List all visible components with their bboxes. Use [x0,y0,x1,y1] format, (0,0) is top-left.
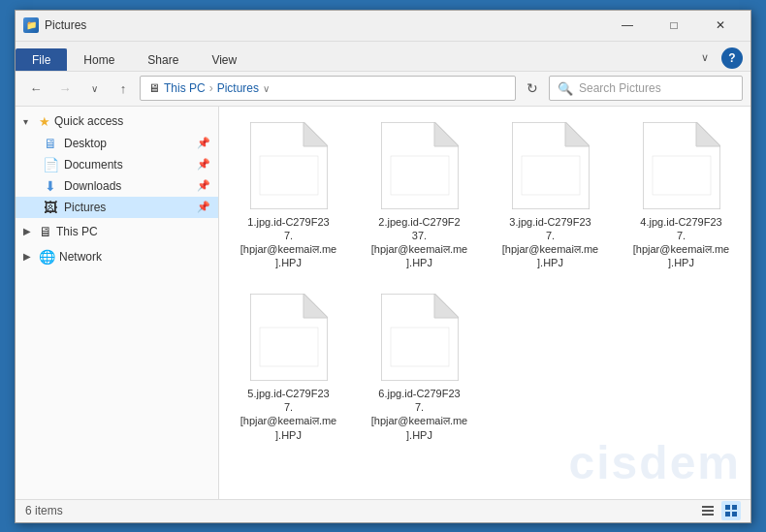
desktop-icon: 🖥 [43,136,58,151]
sidebar-item-downloads[interactable]: ⬇ Downloads 📌 [16,175,218,197]
tab-home[interactable]: Home [67,48,131,71]
tab-view[interactable]: View [195,48,253,71]
forward-button[interactable]: → [52,76,78,101]
svg-rect-23 [725,512,730,516]
file-item-3[interactable]: 3.jpg.id-C279F237.[hpjar@keemaiल.me].HPJ [489,114,612,278]
pictures-pin-icon: 📌 [197,201,210,213]
file-name-3: 3.jpg.id-C279F237.[hpjar@keemaiल.me].HPJ [502,215,599,270]
downloads-label: Downloads [64,179,121,193]
view-grid-button[interactable] [721,501,741,520]
file-name-4: 4.jpg.id-C279F237.[hpjar@keemaiल.me].HPJ [633,215,730,270]
file-item-1[interactable]: 1.jpg.id-C279F237.[hpjar@keemaiल.me].HPJ [227,114,350,278]
search-icon: 🔍 [558,81,573,96]
close-button[interactable]: ✕ [698,12,743,39]
window-icon: 📁 [23,17,39,33]
file-name-6: 6.jpg.id-C279F237.[hpjar@keemaiल.me].HPJ [371,387,468,442]
grid-view-icon [724,504,738,517]
explorer-window: 📁 Pictures — □ ✕ File Home Share View ∨ … [15,10,751,523]
file-name-2: 2.jpeg.id-C279F237.[hpjar@keemaiल.me].HP… [371,215,468,270]
breadcrumb-separator1: › [209,81,213,95]
view-list-button[interactable] [698,501,718,520]
ribbon-tabs: File Home Share View ∨ ? [16,42,750,71]
documents-label: Documents [64,158,123,172]
minimize-button[interactable]: — [605,12,650,39]
network-header[interactable]: ▶ 🌐 Network [16,245,218,268]
file-icon-2 [381,122,459,209]
sidebar-item-desktop[interactable]: 🖥 Desktop 📌 [16,133,218,154]
network-label: Network [59,250,102,264]
svg-rect-19 [702,510,714,512]
svg-rect-20 [702,514,714,516]
svg-rect-24 [732,512,737,516]
back-button[interactable]: ← [23,76,48,101]
file-area: cisdem 1.jpg.id-C279F237.[hpjar@keemaiल.… [219,107,750,499]
documents-icon: 📄 [43,157,58,172]
refresh-button[interactable]: ↻ [520,76,545,101]
svg-marker-16 [434,294,459,318]
svg-marker-10 [696,122,720,146]
network-chevron: ▶ [23,251,35,262]
quick-access-label: Quick access [54,114,123,128]
file-icon-1 [250,122,328,209]
file-name-5: 5.jpg.id-C279F237.[hpjar@keemaiल.me].HPJ [240,387,337,442]
this-pc-header[interactable]: ▶ 🖥 This PC [16,220,218,243]
svg-rect-18 [702,506,714,508]
tab-share[interactable]: Share [131,48,195,71]
this-pc-chevron: ▶ [23,226,35,236]
breadcrumb-chevron[interactable]: ∨ [263,83,270,94]
breadcrumb-pictures[interactable]: Pictures [217,81,259,95]
this-pc-icon: 🖥 [39,224,52,239]
quick-access-star-icon: ★ [39,114,50,129]
search-placeholder: Search Pictures [579,81,661,95]
help-button[interactable]: ? [721,47,743,69]
sidebar-item-pictures[interactable]: 🖼 Pictures 📌 [16,197,218,218]
svg-marker-7 [565,122,590,146]
file-item-2[interactable]: 2.jpeg.id-C279F237.[hpjar@keemaiल.me].HP… [358,114,481,278]
network-section: ▶ 🌐 Network [16,245,218,268]
ribbon: File Home Share View ∨ ? [16,42,750,72]
desktop-label: Desktop [64,137,107,150]
svg-marker-1 [303,122,328,146]
view-controls [698,501,741,520]
items-count: 6 items [25,504,63,517]
ribbon-chevron-button[interactable]: ∨ [692,46,718,71]
file-name-1: 1.jpg.id-C279F237.[hpjar@keemaiल.me].HPJ [240,215,337,270]
svg-rect-21 [725,505,730,510]
search-box[interactable]: 🔍 Search Pictures [549,76,743,101]
file-item-6[interactable]: 6.jpg.id-C279F237.[hpjar@keemaiल.me].HPJ [358,286,481,450]
downloads-pin-icon: 📌 [197,179,210,192]
file-icon-6 [381,294,459,381]
downloads-icon: ⬇ [43,178,58,194]
title-bar: 📁 Pictures — □ ✕ [16,11,750,42]
quick-access-header[interactable]: ▾ ★ Quick access [16,110,218,133]
main-area: ▾ ★ Quick access 🖥 Desktop 📌 📄 Documents… [16,107,750,499]
maximize-button[interactable]: □ [652,12,696,39]
desktop-pin-icon: 📌 [197,137,210,149]
window-controls: — □ ✕ [605,12,743,39]
file-icon-5 [250,294,328,381]
network-icon: 🌐 [39,249,55,265]
status-bar: 6 items [16,499,750,522]
svg-marker-13 [303,294,328,318]
svg-marker-4 [434,122,459,146]
file-grid: 1.jpg.id-C279F237.[hpjar@keemaiल.me].HPJ… [227,114,743,450]
file-item-5[interactable]: 5.jpg.id-C279F237.[hpjar@keemaiल.me].HPJ [227,286,350,450]
window-title: Pictures [45,18,605,32]
pictures-label: Pictures [64,201,106,214]
quick-access-chevron: ▾ [23,116,35,127]
list-view-icon [701,504,715,517]
tab-file[interactable]: File [16,48,67,71]
file-icon-4 [643,122,720,209]
breadcrumb[interactable]: 🖥 This PC › Pictures ∨ [140,76,516,101]
this-pc-section: ▶ 🖥 This PC [16,220,218,243]
dropdown-button[interactable]: ∨ [81,76,107,101]
breadcrumb-thispc[interactable]: This PC [164,81,206,95]
file-item-4[interactable]: 4.jpg.id-C279F237.[hpjar@keemaiल.me].HPJ [620,114,743,278]
sidebar: ▾ ★ Quick access 🖥 Desktop 📌 📄 Documents… [16,107,219,499]
file-icon-3 [512,122,590,209]
address-bar: ← → ∨ ↑ 🖥 This PC › Pictures ∨ ↻ 🔍 Searc… [16,72,750,107]
documents-pin-icon: 📌 [197,158,210,171]
quick-access-section: ▾ ★ Quick access 🖥 Desktop 📌 📄 Documents… [16,110,218,218]
up-button[interactable]: ↑ [111,76,136,101]
sidebar-item-documents[interactable]: 📄 Documents 📌 [16,154,218,175]
